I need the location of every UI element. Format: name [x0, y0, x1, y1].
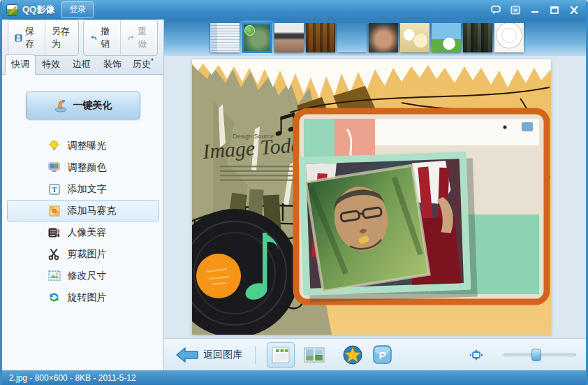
title-bar: QQ影像 登录 [2, 0, 586, 20]
history-badge: * [151, 57, 154, 65]
tab-frames[interactable]: 边框 [66, 55, 97, 74]
save-button[interactable]: 保存 [8, 20, 45, 55]
undo-arrow-icon [90, 33, 98, 43]
login-button[interactable]: 登录 [61, 1, 94, 18]
svg-text:P: P [378, 349, 385, 361]
rotate-icon [48, 291, 61, 304]
maximize-button[interactable] [545, 3, 564, 17]
left-panel: 保存 另存为 撤销 重做 [2, 20, 164, 370]
quick-adjust-panel: 一键美化 调整曝光 调整颜色 T [2, 75, 163, 370]
view-mode-edit-button[interactable] [267, 342, 295, 368]
tab-quick-adjust[interactable]: 快调 [5, 55, 36, 75]
exposure-lightbulb-icon [48, 140, 61, 152]
undo-button[interactable]: 撤销 [84, 20, 120, 55]
sidebar-item-portrait-beauty[interactable]: 人像美容 [7, 221, 159, 243]
tab-decorate[interactable]: 装饰 [97, 55, 128, 74]
view-mode-compare-button[interactable] [300, 342, 328, 368]
sidebar-item-adjust-color[interactable]: 调整颜色 [7, 157, 159, 178]
app-title: QQ影像 [22, 3, 54, 16]
sidebar-item-rotate-image[interactable]: 旋转图片 [7, 286, 159, 308]
back-arrow-icon [175, 347, 199, 363]
menu-dropdown-icon[interactable] [506, 3, 524, 17]
sidebar-item-add-mosaic[interactable]: 添加马赛克 [7, 200, 159, 221]
sidebar-item-crop-image[interactable]: 剪裁图片 [7, 243, 159, 265]
crop-scissors-icon [48, 248, 61, 261]
one-click-beautify-button[interactable]: 一键美化 [26, 92, 140, 119]
thumbnail-10[interactable] [494, 23, 524, 52]
svg-text:T: T [52, 185, 57, 194]
zoom-slider[interactable] [504, 348, 576, 362]
redo-button[interactable]: 重做 [120, 20, 157, 55]
sidebar-item-resize-image[interactable]: 修改尺寸 [7, 265, 159, 286]
save-as-button[interactable]: 另存为 [45, 20, 78, 55]
mosaic-icon [48, 205, 61, 217]
tool-tabs: 快调 特效 边框 装饰 历史* [2, 56, 163, 75]
sidebar-item-adjust-exposure[interactable]: 调整曝光 [7, 135, 159, 157]
qzone-star-icon [343, 345, 362, 365]
edited-image[interactable]: Design Source Image Today [192, 59, 551, 335]
minimize-button[interactable] [526, 3, 544, 17]
edited-badge-icon [244, 25, 255, 36]
feedback-icon[interactable] [487, 3, 505, 17]
color-palette-icon [48, 161, 61, 174]
bottom-bar: 返回图库 [164, 338, 586, 370]
portrait-beauty-icon [48, 226, 61, 239]
zoom-slider-handle[interactable] [531, 349, 541, 361]
paipai-p-icon: P [373, 345, 392, 364]
redo-arrow-icon [127, 33, 135, 43]
thumbnail-4[interactable] [306, 23, 335, 52]
app-window: QQ影像 登录 [0, 0, 588, 385]
thumbnail-2-selected[interactable] [242, 22, 272, 53]
edit-toolbar: 保存 另存为 撤销 重做 [2, 20, 163, 56]
file-info-text: 2.jpg - 800×600 - 8KB - 2011-5-12 [9, 373, 136, 383]
inner-photo [299, 152, 478, 303]
tab-history[interactable]: 历史* [128, 55, 159, 74]
status-bar: 2.jpg - 800×600 - 8KB - 2011-5-12 [2, 370, 586, 385]
thumbnail-3[interactable] [274, 23, 304, 52]
share-qzone-button[interactable] [342, 344, 363, 365]
thumbnail-7[interactable] [400, 23, 429, 52]
add-text-icon: T [48, 183, 61, 196]
tab-effects[interactable]: 特效 [36, 55, 66, 74]
save-floppy-icon [15, 33, 22, 43]
back-to-gallery-button[interactable]: 返回图库 [175, 347, 242, 363]
edit-view-icon [272, 347, 290, 363]
beautify-stamp-icon [54, 99, 68, 112]
thumbnail-strip [164, 20, 586, 56]
resize-icon [48, 270, 61, 282]
compare-view-icon [304, 347, 325, 363]
fit-to-screen-icon[interactable] [469, 347, 484, 363]
close-button[interactable] [565, 3, 583, 17]
thumbnail-8[interactable] [432, 23, 461, 52]
thumbnail-6[interactable] [369, 23, 398, 52]
thumbnail-1[interactable] [210, 23, 240, 52]
canvas-area: Design Source Image Today [164, 56, 586, 338]
app-logo-icon [6, 4, 18, 16]
thumbnail-9[interactable] [463, 23, 492, 52]
sidebar-item-add-text[interactable]: T 添加文字 [7, 178, 159, 200]
share-paipai-button[interactable]: P [372, 344, 392, 365]
thumbnail-5[interactable] [337, 23, 367, 52]
